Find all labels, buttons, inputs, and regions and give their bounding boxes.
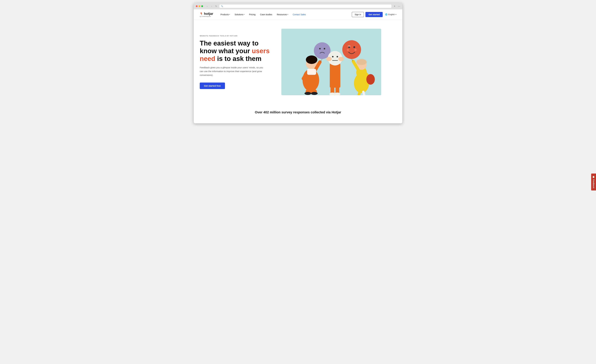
traffic-light-close[interactable] — [196, 5, 198, 7]
svg-point-21 — [338, 57, 344, 61]
refresh-button[interactable]: ↻ — [215, 5, 218, 8]
hotjar-logo-icon — [200, 12, 203, 15]
svg-point-32 — [366, 74, 375, 85]
traffic-light-maximize[interactable] — [201, 5, 203, 7]
logo-text: hotjar — [204, 12, 213, 16]
logo-subtitle: by Contentsquare — [200, 16, 213, 17]
nav-products[interactable]: Products ▾ — [219, 12, 232, 17]
browser-menu-button[interactable]: ⋯ — [398, 5, 400, 8]
chevron-down-icon: ▾ — [244, 14, 245, 15]
chevron-down-icon: ▾ — [229, 14, 230, 15]
svg-point-9 — [305, 92, 311, 95]
hero-content: WEBSITE FEEDBACK TOOLS BY HOTJAR The eas… — [200, 35, 275, 89]
svg-line-34 — [363, 92, 364, 95]
svg-point-39 — [347, 49, 349, 51]
svg-point-29 — [356, 59, 367, 65]
traffic-light-minimize[interactable] — [199, 5, 200, 7]
back-button[interactable]: ‹ — [205, 5, 209, 8]
svg-point-10 — [311, 92, 318, 95]
hero-heading: The easiest way to know what your users … — [200, 39, 275, 62]
hero-tag: WEBSITE FEEDBACK TOOLS BY HOTJAR — [200, 35, 275, 37]
nav-solutions[interactable]: Solutions ▾ — [233, 12, 246, 17]
svg-rect-15 — [330, 63, 340, 88]
nav-contact-sales[interactable]: Contact Sales — [291, 12, 308, 17]
svg-point-41 — [348, 45, 351, 47]
get-started-button[interactable]: Get started — [365, 12, 383, 17]
chevron-down-icon: ▾ — [287, 14, 288, 15]
logo[interactable]: hotjar by Contentsquare — [200, 12, 213, 17]
svg-point-20 — [326, 57, 332, 61]
stat-text: Over 402 million survey responses collec… — [200, 110, 396, 114]
globe-icon: 🌐 — [385, 13, 387, 15]
stat-section: Over 402 million survey responses collec… — [194, 101, 402, 123]
hero-cta-button[interactable]: Get started free — [200, 82, 225, 89]
svg-point-18 — [336, 56, 338, 58]
svg-point-35 — [342, 40, 361, 59]
main-navigation: Products ▾ Solutions ▾ Pricing Case stud… — [219, 12, 352, 17]
search-icon: 🔍 — [221, 5, 223, 7]
hero-illustration — [281, 29, 381, 95]
nav-case-studies[interactable]: Case studies — [258, 12, 274, 17]
svg-point-17 — [332, 56, 334, 58]
hero-illustration-container — [281, 29, 381, 95]
svg-point-37 — [353, 46, 355, 48]
hero-section: WEBSITE FEEDBACK TOOLS BY HOTJAR The eas… — [194, 20, 402, 101]
svg-rect-6 — [307, 69, 316, 75]
hero-heading-text2: is to ask them — [215, 55, 261, 62]
hero-description: Feedback gives you a glimpse inside your… — [200, 66, 263, 77]
language-selector[interactable]: 🌐 English ▾ — [385, 13, 396, 15]
svg-point-13 — [324, 48, 325, 49]
chevron-down-icon: ▾ — [395, 14, 396, 15]
svg-point-3 — [306, 55, 317, 64]
hero-illustration-svg — [281, 29, 381, 95]
nav-pricing[interactable]: Pricing — [247, 12, 257, 17]
sign-in-button[interactable]: Sign in — [352, 12, 364, 17]
nav-resources[interactable]: Resources ▾ — [275, 12, 290, 17]
svg-line-33 — [359, 92, 360, 95]
svg-point-12 — [319, 48, 321, 49]
hero-heading-text1: The easiest way to know what your — [200, 39, 259, 55]
forward-button[interactable]: › — [210, 5, 213, 8]
new-tab-button[interactable]: + — [393, 5, 396, 8]
svg-point-40 — [354, 49, 357, 51]
